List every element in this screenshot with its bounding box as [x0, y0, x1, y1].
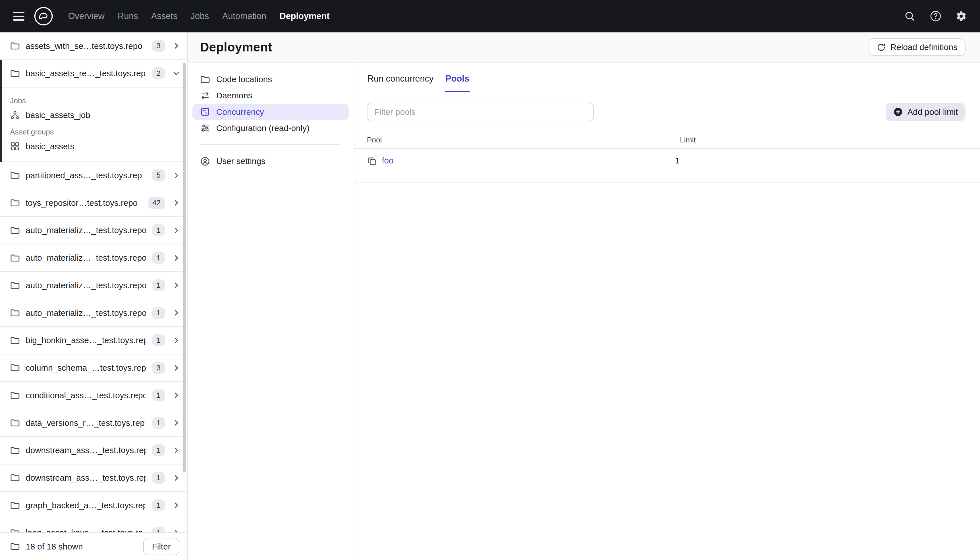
subnav-item-code-locations[interactable]: Code locations [192, 72, 349, 88]
folder-icon [10, 280, 20, 290]
code-location-row[interactable]: downstream_ass…_test.toys.rep1 [0, 437, 187, 465]
asset-group-item[interactable]: basic_assets [0, 139, 187, 154]
code-location-detail: Jobsbasic_assets_jobAsset groupsbasic_as… [0, 88, 187, 162]
chevron-right-icon [172, 198, 181, 207]
column-header-pool: Pool [354, 131, 668, 148]
subnav-item-label: Configuration (read-only) [216, 123, 309, 133]
reload-definitions-button[interactable]: Reload definitions [869, 38, 965, 56]
plus-circle-icon [893, 107, 903, 117]
folder-icon [10, 500, 20, 510]
nav-link-runs[interactable]: Runs [116, 8, 140, 24]
code-location-name: basic_assets_re…_test.toys.rep [26, 68, 146, 78]
subnav-item-label: User settings [216, 156, 265, 166]
code-location-row[interactable]: toys_repositor…test.toys.repo42 [0, 189, 187, 217]
dagster-app-window: OverviewRunsAssetsJobsAutomationDeployme… [0, 0, 980, 560]
code-location-row[interactable]: basic_assets_re…_test.toys.rep2 [0, 60, 187, 88]
folder-icon [10, 473, 20, 483]
asset-count-badge: 2 [152, 67, 165, 79]
search-icon[interactable] [901, 7, 919, 25]
dagster-logo-icon[interactable] [34, 7, 53, 26]
code-location-list: assets_with_se…test.toys.repo3basic_asse… [0, 32, 187, 532]
code-location-name: auto_materializ…_test.toys.repo [26, 308, 146, 318]
subnav-item-user-settings[interactable]: User settings [192, 153, 349, 169]
asset-count-badge: 1 [152, 500, 165, 512]
folder-icon [10, 445, 20, 455]
asset-count-badge: 1 [152, 527, 165, 532]
code-location-row[interactable]: conditional_ass…_test.toys.repo1 [0, 382, 187, 409]
page-title: Deployment [200, 40, 272, 54]
job-item[interactable]: basic_assets_job [0, 107, 187, 123]
folder-icon [10, 418, 20, 428]
nav-link-deployment[interactable]: Deployment [278, 8, 331, 24]
folder-icon [10, 253, 20, 263]
subnav-divider [200, 144, 341, 145]
nav-link-automation[interactable]: Automation [221, 8, 268, 24]
sidebar-scrollbar[interactable] [183, 63, 186, 472]
asset-count-badge: 5 [152, 169, 165, 182]
concurrency-panel: Run concurrencyPools Add pool limit Pool… [354, 63, 980, 560]
subnav-item-daemons[interactable]: Daemons [192, 88, 349, 104]
add-pool-limit-button[interactable]: Add pool limit [886, 103, 965, 121]
nav-link-assets[interactable]: Assets [150, 8, 179, 24]
folder-icon [10, 170, 20, 180]
pool-link[interactable]: foo [382, 156, 393, 165]
subnav-item-label: Concurrency [216, 107, 264, 117]
chevron-right-icon [172, 308, 181, 317]
page-header: Deployment Reload definitions [188, 32, 980, 63]
chevron-right-icon [172, 363, 181, 372]
nav-link-jobs[interactable]: Jobs [189, 8, 210, 24]
code-location-name: long_asset_keys…_test.toys.re [26, 528, 146, 532]
asset-group-name: basic_assets [26, 142, 75, 151]
deployment-subnav: Code locationsDaemonsConcurrencyConfigur… [188, 63, 354, 560]
code-location-name: big_honkin_asse…_test.toys.rep [26, 335, 146, 345]
pool-cell: foo [354, 149, 668, 182]
code-location-row[interactable]: assets_with_se…test.toys.repo3 [0, 32, 187, 60]
code-location-row[interactable]: auto_materializ…_test.toys.repo1 [0, 272, 187, 299]
code-location-name: column_schema_…test.toys.rep [26, 363, 146, 373]
code-location-name: auto_materializ…_test.toys.repo [26, 280, 146, 290]
code-location-row[interactable]: auto_materializ…_test.toys.repo1 [0, 245, 187, 272]
folder-icon [10, 542, 20, 552]
code-location-name: auto_materializ…_test.toys.repo [26, 225, 146, 235]
folder-icon [10, 225, 20, 235]
folder-icon [10, 363, 20, 373]
chevron-right-icon [172, 42, 181, 50]
code-location-row[interactable]: auto_materializ…_test.toys.repo1 [0, 299, 187, 327]
code-location-row[interactable]: auto_materializ…_test.toys.repo1 [0, 217, 187, 245]
filter-pools-input[interactable] [367, 103, 594, 122]
folder-icon [10, 308, 20, 318]
folder-icon [10, 335, 20, 345]
settings-gear-icon[interactable] [952, 7, 970, 25]
user-icon [200, 156, 210, 166]
code-location-name: downstream_ass…_test.toys.rep [26, 473, 146, 483]
expanded-code-location: basic_assets_re…_test.toys.rep2Jobsbasic… [0, 60, 187, 162]
subnav-item-configuration-read-only[interactable]: Configuration (read-only) [192, 120, 349, 136]
code-location-name: auto_materializ…_test.toys.repo [26, 253, 146, 263]
menu-icon[interactable] [10, 7, 28, 25]
tab-pools[interactable]: Pools [445, 66, 470, 92]
code-location-row[interactable]: partitioned_ass…_test.toys.rep5 [0, 162, 187, 190]
folder-icon [10, 198, 20, 208]
code-location-row[interactable]: column_schema_…test.toys.rep3 [0, 355, 187, 382]
code-location-row[interactable]: long_asset_keys…_test.toys.re1 [0, 519, 187, 532]
nav-link-overview[interactable]: Overview [67, 8, 106, 24]
subnav-item-concurrency[interactable]: Concurrency [192, 104, 349, 120]
code-location-name: graph_backed_a…_test.toys.repo [26, 501, 146, 510]
code-location-row[interactable]: big_honkin_asse…_test.toys.rep1 [0, 327, 187, 355]
help-icon[interactable] [927, 7, 945, 25]
code-location-row[interactable]: downstream_ass…_test.toys.rep1 [0, 465, 187, 492]
jobs-section-label: Jobs [0, 91, 187, 107]
locations-shown-count: 18 of 18 shown [26, 542, 138, 552]
pool-table-header: PoolLimit [354, 131, 980, 149]
limit-cell: 1 [667, 149, 980, 182]
code-location-row[interactable]: graph_backed_a…_test.toys.repo1 [0, 492, 187, 519]
code-location-name: toys_repositor…test.toys.repo [26, 198, 142, 208]
tab-run-concurrency[interactable]: Run concurrency [367, 66, 434, 92]
daemons-icon [200, 91, 210, 101]
concurrency-icon [200, 107, 210, 117]
code-location-name: assets_with_se…test.toys.repo [26, 41, 146, 51]
code-location-row[interactable]: data_versions_r…_test.toys.rep1 [0, 409, 187, 437]
sidebar-filter-button[interactable]: Filter [143, 538, 179, 555]
concurrency-tabs: Run concurrencyPools [354, 66, 980, 92]
asset-count-badge: 1 [152, 444, 165, 456]
